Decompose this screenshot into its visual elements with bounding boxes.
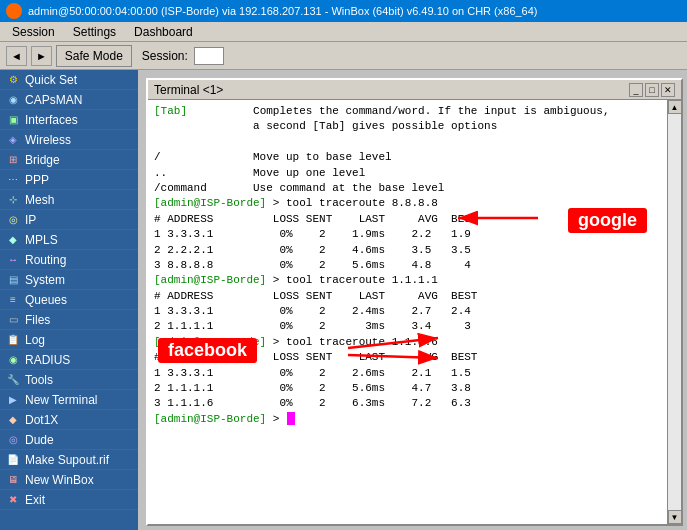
mpls-icon: ◆ bbox=[6, 233, 20, 247]
capsman-icon: ◉ bbox=[6, 93, 20, 107]
title-text: admin@50:00:00:04:00:00 (ISP-Borde) via … bbox=[28, 5, 538, 17]
sidebar-item-radius[interactable]: ◉ RADIUS bbox=[0, 350, 138, 370]
session-label: Session: bbox=[142, 49, 188, 63]
sidebar-label-dot1x: Dot1X bbox=[25, 413, 58, 427]
ppp-icon: ⋯ bbox=[6, 173, 20, 187]
back-button[interactable]: ◄ bbox=[6, 46, 27, 66]
log-icon: 📋 bbox=[6, 333, 20, 347]
terminal-title: Terminal <1> bbox=[154, 83, 223, 97]
files-icon: ▭ bbox=[6, 313, 20, 327]
scrollbar-down-button[interactable]: ▼ bbox=[668, 510, 682, 524]
content-area: Terminal <1> _ □ ✕ [Tab] Completes the c… bbox=[138, 70, 687, 530]
mesh-icon: ⊹ bbox=[6, 193, 20, 207]
sidebar-label-files: Files bbox=[25, 313, 50, 327]
safe-mode-button[interactable]: Safe Mode bbox=[56, 45, 132, 67]
menu-session[interactable]: Session bbox=[4, 24, 63, 40]
supout-icon: 📄 bbox=[6, 453, 20, 467]
sidebar-item-newterminal[interactable]: ▶ New Terminal bbox=[0, 390, 138, 410]
forward-button[interactable]: ► bbox=[31, 46, 52, 66]
sidebar-label-radius: RADIUS bbox=[25, 353, 70, 367]
terminal-window: Terminal <1> _ □ ✕ [Tab] Completes the c… bbox=[146, 78, 683, 526]
sidebar-item-capsman[interactable]: ◉ CAPsMAN bbox=[0, 90, 138, 110]
help-line-blank bbox=[154, 135, 661, 150]
terminal-body[interactable]: [Tab] Completes the command/word. If the… bbox=[148, 100, 667, 524]
sidebar-item-supout[interactable]: 📄 Make Supout.rif bbox=[0, 450, 138, 470]
sidebar-label-dude: Dude bbox=[25, 433, 54, 447]
sidebar-item-newwinbox[interactable]: 🖥 New WinBox bbox=[0, 470, 138, 490]
sidebar-label-queues: Queues bbox=[25, 293, 67, 307]
title-bar: admin@50:00:00:04:00:00 (ISP-Borde) via … bbox=[0, 0, 687, 22]
trace2-header: # ADDRESS LOSS SENT LAST AVG BEST bbox=[154, 289, 661, 304]
sidebar-label-routing: Routing bbox=[25, 253, 66, 267]
session-input[interactable] bbox=[194, 47, 224, 65]
sidebar-label-newterminal: New Terminal bbox=[25, 393, 97, 407]
interfaces-icon: ▣ bbox=[6, 113, 20, 127]
sidebar-item-queues[interactable]: ≡ Queues bbox=[0, 290, 138, 310]
facebook-annotation: facebook bbox=[158, 338, 257, 363]
sidebar-item-log[interactable]: 📋 Log bbox=[0, 330, 138, 350]
trace3-row1: 1 3.3.3.1 0% 2 2.6ms 2.1 1.5 bbox=[154, 366, 661, 381]
menu-dashboard[interactable]: Dashboard bbox=[126, 24, 201, 40]
trace1-row2: 2 2.2.2.1 0% 2 4.6ms 3.5 3.5 bbox=[154, 243, 661, 258]
sidebar-label-capsman: CAPsMAN bbox=[25, 93, 82, 107]
sidebar-item-quickset[interactable]: ⚙ Quick Set bbox=[0, 70, 138, 90]
sidebar-label-newwinbox: New WinBox bbox=[25, 473, 94, 487]
terminal-titlebar: Terminal <1> _ □ ✕ bbox=[148, 80, 681, 100]
exit-icon: ✖ bbox=[6, 493, 20, 507]
terminal-minimize-button[interactable]: _ bbox=[629, 83, 643, 97]
sidebar-label-mesh: Mesh bbox=[25, 193, 54, 207]
routing-icon: ↔ bbox=[6, 253, 20, 267]
dude-icon: ◎ bbox=[6, 433, 20, 447]
quickset-icon: ⚙ bbox=[6, 73, 20, 87]
trace2-row2: 2 1.1.1.1 0% 2 3ms 3.4 3 bbox=[154, 319, 661, 334]
main-layout: ⚙ Quick Set ◉ CAPsMAN ▣ Interfaces ◈ Wir… bbox=[0, 70, 687, 530]
sidebar-item-ip[interactable]: ◎ IP bbox=[0, 210, 138, 230]
sidebar-item-exit[interactable]: ✖ Exit bbox=[0, 490, 138, 510]
sidebar-label-supout: Make Supout.rif bbox=[25, 453, 109, 467]
trace3-row2: 2 1.1.1.1 0% 2 5.6ms 4.7 3.8 bbox=[154, 381, 661, 396]
sidebar-label-system: System bbox=[25, 273, 65, 287]
sidebar-label-interfaces: Interfaces bbox=[25, 113, 78, 127]
sidebar-item-mesh[interactable]: ⊹ Mesh bbox=[0, 190, 138, 210]
sidebar-item-ppp[interactable]: ⋯ PPP bbox=[0, 170, 138, 190]
system-icon: ▤ bbox=[6, 273, 20, 287]
help-line-tab: [Tab] Completes the command/word. If the… bbox=[154, 104, 661, 119]
help-line-dotdot: .. Move up one level bbox=[154, 166, 661, 181]
wireless-icon: ◈ bbox=[6, 133, 20, 147]
scrollbar-track[interactable] bbox=[668, 114, 681, 510]
sidebar-item-bridge[interactable]: ⊞ Bridge bbox=[0, 150, 138, 170]
sidebar-item-system[interactable]: ▤ System bbox=[0, 270, 138, 290]
sidebar-item-mpls[interactable]: ◆ MPLS bbox=[0, 230, 138, 250]
newwinbox-icon: 🖥 bbox=[6, 473, 20, 487]
google-annotation: google bbox=[568, 208, 647, 233]
sidebar-item-tools[interactable]: 🔧 Tools bbox=[0, 370, 138, 390]
sidebar-label-bridge: Bridge bbox=[25, 153, 60, 167]
sidebar-label-quickset: Quick Set bbox=[25, 73, 77, 87]
sidebar-item-routing[interactable]: ↔ Routing bbox=[0, 250, 138, 270]
sidebar-item-dot1x[interactable]: ◆ Dot1X bbox=[0, 410, 138, 430]
trace3-row3: 3 1.1.1.6 0% 2 6.3ms 7.2 6.3 bbox=[154, 396, 661, 411]
sidebar-item-dude[interactable]: ◎ Dude bbox=[0, 430, 138, 450]
app-icon bbox=[6, 3, 22, 19]
menu-bar: Session Settings Dashboard bbox=[0, 22, 687, 42]
terminal-content: [Tab] Completes the command/word. If the… bbox=[148, 100, 681, 524]
sidebar-item-wireless[interactable]: ◈ Wireless bbox=[0, 130, 138, 150]
sidebar-item-files[interactable]: ▭ Files bbox=[0, 310, 138, 330]
sidebar-item-interfaces[interactable]: ▣ Interfaces bbox=[0, 110, 138, 130]
scrollbar-up-button[interactable]: ▲ bbox=[668, 100, 682, 114]
help-line-command: /command Use command at the base level bbox=[154, 181, 661, 196]
sidebar-label-mpls: MPLS bbox=[25, 233, 58, 247]
sidebar-label-ip: IP bbox=[25, 213, 36, 227]
sidebar-label-log: Log bbox=[25, 333, 45, 347]
trace1-row3: 3 8.8.8.8 0% 2 5.6ms 4.8 4 bbox=[154, 258, 661, 273]
terminal-scrollbar[interactable]: ▲ ▼ bbox=[667, 100, 681, 524]
ip-icon: ◎ bbox=[6, 213, 20, 227]
sidebar-label-wireless: Wireless bbox=[25, 133, 71, 147]
dot1x-icon: ◆ bbox=[6, 413, 20, 427]
terminal-close-button[interactable]: ✕ bbox=[661, 83, 675, 97]
terminal-maximize-button[interactable]: □ bbox=[645, 83, 659, 97]
menu-settings[interactable]: Settings bbox=[65, 24, 124, 40]
final-prompt-line: [admin@ISP-Borde] > bbox=[154, 412, 661, 427]
help-line-tab2: a second [Tab] gives possible options bbox=[154, 119, 661, 134]
toolbar: ◄ ► Safe Mode Session: bbox=[0, 42, 687, 70]
